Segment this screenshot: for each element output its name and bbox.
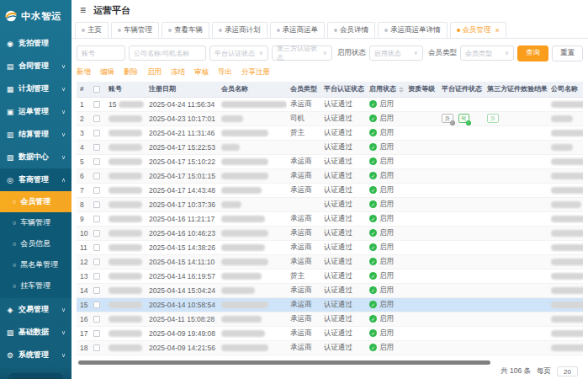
row-checkbox[interactable] — [93, 101, 100, 108]
sidebar-item-system[interactable]: ⚙系统管理∨ — [0, 344, 72, 366]
row-checkbox[interactable] — [93, 130, 100, 136]
action-audit[interactable]: 审核 — [194, 67, 209, 77]
table-row[interactable]: 92025-04-16 11:21:17承运商认证通过✓启用 — [77, 211, 583, 226]
row-checkbox[interactable] — [93, 201, 100, 208]
tab-carrier-waybill[interactable]: 承运商运单 — [270, 22, 326, 38]
row-checkbox[interactable] — [93, 302, 100, 308]
table-row[interactable]: 62025-04-17 15:01:15承运商认证通过✓启用 — [77, 168, 583, 183]
table-row[interactable]: 82025-04-17 10:37:36认证通过✓启用 — [77, 197, 583, 211]
table-row[interactable]: 182025-04-09 14:21:56承运商认证通过✓启用 — [77, 340, 583, 355]
cell-index: 15 — [77, 297, 90, 312]
row-checkbox[interactable] — [93, 330, 100, 337]
tab-view-vehicle[interactable]: 查看车辆 — [162, 22, 209, 38]
cell-grade — [405, 240, 438, 254]
row-checkbox[interactable] — [93, 344, 100, 351]
enable-status-select-placeholder: 启用状态 — [374, 49, 401, 58]
sort-asc-icon — [399, 87, 404, 89]
action-export[interactable]: 导出 — [218, 67, 232, 77]
table-row[interactable]: 162025-04-11 15:08:28承运商认证通过✓启用 — [77, 312, 583, 326]
page-size-select[interactable]: 20 — [557, 366, 578, 376]
sidebar-subitem-member-info[interactable]: ○会员信息 — [0, 233, 72, 254]
row-checkbox[interactable] — [93, 158, 100, 165]
sidebar-subitem-trailer[interactable]: ○挂车管理 — [0, 275, 72, 296]
cell-enable-status: ✓启用 — [366, 254, 405, 269]
sidebar-item-settlement[interactable]: ▥结算管理∨ — [0, 123, 72, 146]
redacted-text — [551, 259, 583, 265]
tab-vehicle-manage[interactable]: 车辆管理 — [111, 22, 159, 38]
sidebar-item-label: 数据中心 — [19, 152, 49, 163]
sidebar-item-base-data[interactable]: ▨基础数据∨ — [0, 321, 72, 344]
tab-member-manage[interactable]: 会员管理× — [450, 22, 506, 38]
row-checkbox[interactable] — [93, 216, 100, 222]
select-all-checkbox[interactable] — [93, 86, 100, 93]
close-icon[interactable]: × — [495, 27, 500, 35]
cell-account — [105, 226, 146, 240]
table-row[interactable]: 22025-04-23 10:17:01司机认证通过✓启用身✓驾✓身 — [77, 111, 583, 125]
search-button[interactable]: 查询 — [517, 45, 548, 61]
scrollbar-thumb[interactable] — [78, 360, 490, 365]
sidebar-item-contract[interactable]: ▤合同管理∨ — [0, 55, 72, 77]
table-row[interactable]: 42025-04-17 15:22:53认证通过✓启用 — [77, 140, 583, 154]
action-freeze[interactable]: 冻结 — [171, 67, 185, 77]
row-checkbox[interactable] — [93, 144, 100, 151]
third-auth-select[interactable]: 第三方认证状态 ∨ — [272, 45, 332, 61]
table-row[interactable]: 32025-04-21 11:31:46货主认证通过✓启用 — [77, 125, 583, 140]
table-row[interactable]: 142025-04-14 15:04:24承运商认证通过✓启用 — [77, 283, 583, 297]
table-row[interactable]: 172025-04-09 19:49:08承运商认证通过✓启用 — [77, 326, 583, 340]
account-input[interactable] — [77, 45, 125, 61]
row-checkbox[interactable] — [93, 244, 100, 251]
action-share-register[interactable]: 分享注册 — [241, 67, 270, 77]
enable-status-select[interactable]: 启用状态 ∨ — [369, 45, 423, 61]
enable-status-label: 启用 — [379, 171, 394, 181]
table-row[interactable]: 72025-04-17 14:43:48承运商认证通过✓启用 — [77, 183, 583, 197]
sidebar-item-plan[interactable]: ▦计划管理∨ — [0, 77, 72, 100]
logo-icon — [4, 9, 18, 23]
tab-home[interactable]: 主页 — [75, 22, 109, 38]
sidebar-subitem-vehicle[interactable]: ○车辆管理 — [0, 212, 72, 233]
company-name-input[interactable] — [129, 45, 206, 61]
cell-account — [105, 240, 146, 254]
table-row[interactable]: 115 2025-04-24 11:56:34承运商认证通过✓启用 — [77, 97, 583, 111]
sidebar-item-waybill[interactable]: ▣运单管理∨ — [0, 100, 72, 123]
table-row[interactable]: 112025-04-15 14:38:26承运商认证通过✓启用 — [77, 240, 583, 254]
sidebar-subitem-member[interactable]: ○会员管理 — [0, 191, 72, 212]
row-checkbox[interactable] — [93, 230, 100, 237]
main-area: ≡ 运营平台 主页车辆管理查看车辆承运商计划承运商运单会员详情承运商运单详情会员… — [72, 0, 588, 379]
row-checkbox[interactable] — [93, 187, 100, 194]
reset-button[interactable]: 重置 — [552, 45, 583, 61]
column-header-platform-auth: 平台认证状态 — [320, 82, 366, 97]
tab-carrier-plan[interactable]: 承运商计划 — [212, 22, 268, 38]
cell-member-type — [287, 140, 320, 154]
action-enable[interactable]: 启用 — [147, 67, 162, 77]
action-edit[interactable]: 编辑 — [100, 67, 114, 77]
table-row[interactable]: 152025-04-14 10:58:54承运商认证通过✓启用 — [77, 297, 583, 312]
sidebar-item-data-center[interactable]: ▧数据中心∨ — [0, 146, 72, 168]
row-checkbox[interactable] — [93, 173, 100, 179]
row-checkbox[interactable] — [93, 259, 100, 265]
table-row[interactable]: 102025-04-16 10:46:23承运商认证通过✓启用 — [77, 226, 583, 240]
table-row[interactable]: 52025-04-17 15:10:22承运商认证通过✓启用 — [77, 154, 583, 168]
row-checkbox[interactable] — [93, 316, 100, 323]
sidebar-item-auction[interactable]: ◉竞拍管理 — [0, 32, 72, 55]
member-type-select[interactable]: 会员类型 ∨ — [460, 45, 514, 61]
row-checkbox[interactable] — [93, 287, 100, 294]
sidebar-item-customer[interactable]: ◎客商管理∧ — [0, 168, 72, 191]
tab-member-detail[interactable]: 会员详情 — [327, 22, 375, 38]
tab-carrier-waybill-detail[interactable]: 承运商运单详情 — [378, 22, 448, 38]
sidebar-item-trade[interactable]: ◈交易管理∨ — [0, 298, 72, 321]
check-icon: ✓ — [450, 120, 455, 125]
enable-status-label: 启用 — [379, 185, 394, 195]
cell-register-date: 2025-04-15 14:11:10 — [146, 254, 218, 269]
platform-auth-select[interactable]: 平台认证状态 ∨ — [209, 45, 268, 61]
sidebar-subitem-blacklist[interactable]: ○黑名单管理 — [0, 254, 72, 275]
sort-icon[interactable] — [399, 87, 404, 93]
action-add[interactable]: 新增 — [77, 67, 91, 77]
action-delete[interactable]: 删除 — [124, 67, 138, 77]
sidebar-subitem-label: 会员信息 — [20, 238, 50, 249]
table-row[interactable]: 122025-04-15 14:11:10承运商认证通过✓启用 — [77, 254, 583, 269]
collapse-menu-icon[interactable]: ≡ — [80, 5, 86, 15]
row-checkbox[interactable] — [93, 273, 100, 280]
row-checkbox[interactable] — [93, 115, 100, 122]
chevron-up-icon: ∧ — [61, 177, 66, 184]
table-row[interactable]: 132025-04-14 16:19:57货主认证通过✓启用 — [77, 269, 583, 283]
